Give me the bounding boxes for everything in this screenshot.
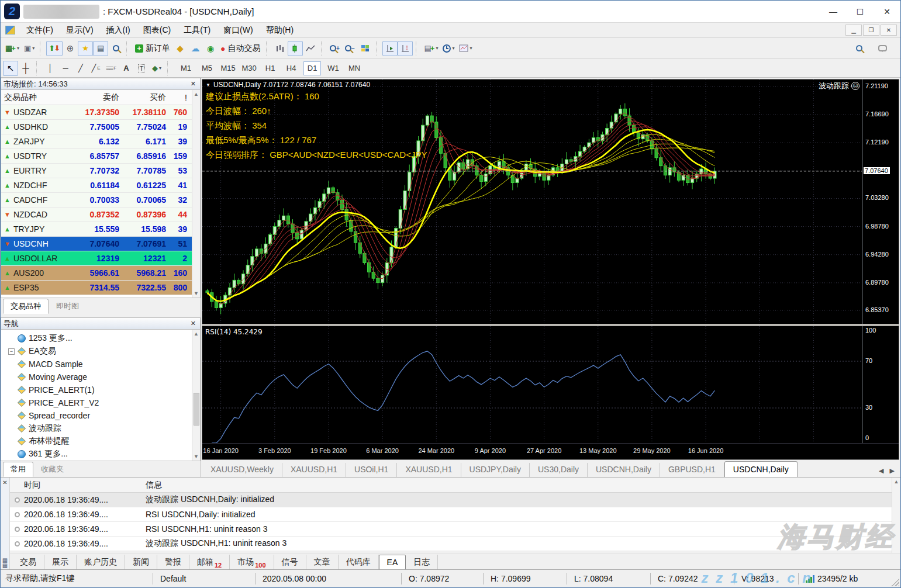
chart-shift-button[interactable]	[398, 41, 413, 56]
navigator-close-icon[interactable]: ✕	[189, 320, 198, 327]
maximize-button[interactable]: ☐	[847, 1, 874, 22]
menu-item[interactable]: 图表(C)	[137, 23, 177, 37]
trendline-tool[interactable]: ╱	[73, 61, 88, 76]
chart-tab[interactable]: USDCNH,Daily	[724, 461, 798, 477]
market-watch-scrollbar[interactable]: ▲▼	[192, 90, 200, 298]
menu-item[interactable]: 工具(T)	[177, 23, 217, 37]
auto-trading-button[interactable]: ●自动交易	[218, 41, 263, 56]
list-item[interactable]: PRICE_ALERT(1)	[5, 383, 200, 396]
text-tool[interactable]: A	[119, 61, 134, 76]
zoom-out-button[interactable]: −	[343, 41, 358, 56]
signals-icon[interactable]: ◉	[203, 41, 218, 56]
table-row[interactable]: ▲TRYJPY15.55915.59839	[1, 222, 200, 237]
date-axis[interactable]: 16 Jan 20203 Feb 202019 Feb 20206 Mar 20…	[202, 443, 899, 458]
fibonacci-tool[interactable]: ≡≡F	[103, 61, 119, 76]
list-item[interactable]: 1253 更多...	[5, 332, 200, 345]
tab-tick-chart[interactable]: 即时图	[49, 299, 87, 314]
table-row[interactable]: ▲USDTRY6.857576.85916159	[1, 149, 200, 164]
chart-tab[interactable]: USOil,H1	[346, 463, 397, 477]
arrows-tool[interactable]: ◆▾	[149, 61, 164, 76]
scripts-icon[interactable]: ◆	[172, 41, 188, 56]
tab-common[interactable]: 常用	[3, 462, 33, 477]
column-symbol[interactable]: 交易品种	[1, 92, 70, 103]
menu-item[interactable]: 窗口(W)	[217, 23, 260, 37]
table-row[interactable]: ▲ZARJPY6.1326.17139	[1, 134, 200, 149]
column-sell[interactable]: 卖价	[70, 92, 119, 103]
table-row[interactable]: ▲AUS2005966.615968.21160	[1, 266, 200, 281]
child-close-button[interactable]: ✕	[881, 25, 897, 36]
table-row[interactable]: ▼USDCNH7.076407.0769151	[1, 237, 200, 251]
terminal-tab-交易[interactable]: 交易	[12, 555, 44, 570]
rsi-plot[interactable]: RSI(14) 45.2429	[202, 326, 862, 443]
collapse-expander[interactable]: −	[8, 348, 15, 355]
close-button[interactable]: ✕	[874, 1, 900, 22]
navigator-scrollbar[interactable]: ▲▼	[192, 330, 200, 461]
web-charts-icon[interactable]: ☁	[188, 41, 203, 56]
zoom-in-button[interactable]: +	[327, 41, 343, 56]
list-item[interactable]: MACD Sample	[5, 358, 200, 371]
terminal-toggle-button[interactable]: ▤	[93, 41, 108, 56]
timeframe-m5[interactable]: M5	[198, 61, 216, 75]
menu-item[interactable]: 插入(I)	[100, 23, 137, 37]
list-item[interactable]: 361 更多...	[5, 448, 200, 461]
column-time[interactable]: 时间	[10, 480, 146, 490]
line-chart-button[interactable]	[303, 41, 318, 56]
timeframe-d1[interactable]: D1	[303, 61, 321, 75]
list-item[interactable]: PRICE_ALERT_V2	[5, 396, 200, 409]
chart-tab[interactable]: USDCNH,Daily	[588, 463, 660, 477]
terminal-tab-日志[interactable]: 日志	[406, 555, 438, 570]
terminal-tab-市场[interactable]: 市场100	[230, 555, 274, 570]
tabs-scroll-left-icon[interactable]: ◀	[879, 467, 883, 475]
column-spread[interactable]: !	[166, 93, 189, 102]
vertical-line-tool[interactable]: │	[43, 61, 58, 76]
table-row[interactable]: ▲CADCHF0.700330.7006532	[1, 193, 200, 207]
tabs-scroll-right-icon[interactable]: ▶	[890, 467, 895, 475]
candlestick-chart-button[interactable]	[288, 41, 303, 56]
rsi-axis[interactable]: 10070300	[862, 326, 899, 443]
timeframe-w1[interactable]: W1	[325, 61, 342, 75]
terminal-tab-ea[interactable]: EA	[379, 555, 406, 570]
table-row[interactable]: ▲USDOLLAR12319123212	[1, 251, 200, 266]
text-label-tool[interactable]: T	[134, 61, 149, 76]
table-row[interactable]: 2020.06.18 19:36:49....波动跟踪 USDCNH,Daily…	[10, 493, 900, 507]
menu-item[interactable]: 帮助(H)	[260, 23, 300, 37]
chart-tab[interactable]: XAUUSD,Weekly	[202, 463, 282, 477]
timeframe-m1[interactable]: M1	[177, 61, 195, 75]
table-row[interactable]: ▲ESP357314.557322.55800	[1, 281, 200, 295]
tab-symbols[interactable]: 交易品种	[3, 299, 49, 314]
chart-tab[interactable]: US30,Daily	[530, 463, 588, 477]
terminal-close-icon[interactable]: ✕	[2, 478, 7, 487]
minimize-button[interactable]: —	[820, 1, 847, 22]
column-buy[interactable]: 买价	[119, 92, 166, 103]
column-message[interactable]: 信息	[146, 480, 162, 490]
terminal-tab-文章[interactable]: 文章	[306, 555, 339, 570]
status-profile[interactable]: Default	[153, 573, 255, 584]
table-row[interactable]: ▼USDZAR17.3735017.38110760	[1, 105, 200, 120]
chart-dropdown-icon[interactable]: ▼	[206, 82, 210, 88]
channel-tool[interactable]: ╱E	[88, 61, 103, 76]
terminal-tab-账户历史[interactable]: 账户历史	[77, 555, 125, 570]
price-axis[interactable]: 7.211907.166907.121907.076407.032806.987…	[862, 79, 899, 324]
list-item[interactable]: 波动跟踪	[5, 422, 200, 435]
templates-button[interactable]: ▾	[457, 41, 474, 56]
navigator-toggle-button[interactable]: ★	[78, 41, 93, 56]
list-item[interactable]: −EA交易	[5, 345, 200, 358]
table-row[interactable]: 2020.06.18 19:36:49....RSI USDCNH,H1: un…	[10, 522, 900, 537]
chart-tab[interactable]: XAUUSD,H1	[397, 463, 461, 477]
new-chart-button[interactable]: ▦+▾	[3, 41, 22, 56]
strategy-tester-button[interactable]	[108, 41, 123, 56]
child-restore-button[interactable]: ❐	[863, 25, 879, 36]
profiles-button[interactable]: ▣▾	[22, 41, 37, 56]
table-row[interactable]: ▲USDHKD7.750057.7502419	[1, 120, 200, 134]
terminal-grip-icon[interactable]: ▦▦	[2, 558, 8, 568]
indicators-button[interactable]: ▤+▾	[422, 41, 441, 56]
terminal-tab-展示[interactable]: 展示	[44, 555, 77, 570]
terminal-tab-警报[interactable]: 警报	[157, 555, 189, 570]
bar-chart-button[interactable]	[272, 41, 288, 56]
menu-item[interactable]: 显示(V)	[60, 23, 100, 37]
cursor-tool-button[interactable]: ↖	[3, 61, 18, 76]
tab-favorites[interactable]: 收藏夹	[33, 462, 71, 477]
horizontal-line-tool[interactable]: ─	[58, 61, 73, 76]
sad-face-icon[interactable]: ☹	[851, 82, 859, 90]
chart-tab[interactable]: USDJPY,Daily	[461, 463, 530, 477]
